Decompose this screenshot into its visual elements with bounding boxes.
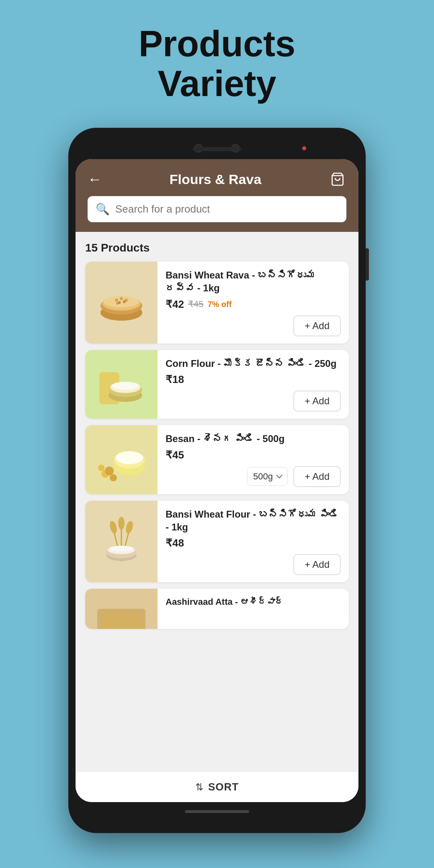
speaker	[193, 147, 241, 151]
price-current: ₹18	[166, 373, 184, 386]
product-name: Bansi Wheat Rava - బన్సిగోధుమ రవ్వ - 1kg	[166, 269, 341, 295]
search-icon: 🔍	[96, 203, 110, 216]
discount-badge: 7% off	[207, 300, 231, 309]
header-title: Flours & Rava	[170, 172, 262, 187]
size-select[interactable]: 250g 500g 1kg	[247, 467, 288, 486]
search-input[interactable]	[115, 203, 338, 215]
sensor-dot	[302, 146, 306, 150]
product-info: Besan - శెనగ పిండి - 500g ₹45 250g 500g …	[158, 425, 349, 494]
home-indicator	[185, 810, 249, 813]
svg-point-18	[98, 465, 104, 471]
phone-bottom	[76, 802, 358, 817]
svg-point-17	[110, 474, 117, 481]
products-count: 15 Products	[85, 242, 349, 254]
product-pricing: ₹42 ₹45 7% off	[166, 298, 341, 311]
card-actions: 250g 500g 1kg + Add	[166, 466, 341, 487]
product-name: Corn Flour - మొక్క జొన్న పిండి - 250g	[166, 357, 341, 370]
svg-point-28	[125, 520, 134, 534]
product-info: Corn Flour - మొక్క జొన్న పిండి - 250g ₹1…	[158, 350, 349, 419]
cart-icon	[330, 172, 345, 186]
page-title: Products Variety	[139, 24, 295, 104]
price-current: ₹45	[166, 449, 184, 461]
product-pricing: ₹45	[166, 449, 341, 461]
product-card: Besan - శెనగ పిండి - 500g ₹45 250g 500g …	[85, 425, 349, 494]
svg-point-19	[105, 467, 114, 475]
product-info: Aashirvaad Atta - ఆశీర్వాద్	[158, 589, 349, 629]
svg-point-5	[115, 299, 118, 302]
card-actions: + Add	[166, 554, 341, 575]
add-button[interactable]: + Add	[293, 466, 341, 487]
back-button[interactable]: ←	[88, 172, 102, 186]
product-name: Aashirvaad Atta - ఆశీర్వాద్	[166, 596, 341, 608]
phone-notch	[76, 140, 358, 159]
side-button	[366, 248, 369, 280]
svg-point-22	[116, 451, 143, 464]
svg-rect-34	[101, 613, 141, 629]
product-info: Bansi Wheat Rava - బన్సిగోధుమ రవ్వ - 1kg…	[158, 262, 349, 344]
svg-point-10	[116, 302, 119, 305]
svg-point-27	[118, 517, 125, 530]
svg-point-15	[112, 382, 139, 390]
sort-icon: ⇅	[195, 782, 203, 793]
product-image	[85, 350, 158, 419]
add-button[interactable]: + Add	[293, 554, 341, 575]
phone-screen: ← Flours & Rava 🔍 15 Products	[76, 159, 358, 802]
product-card: Corn Flour - మొక్క జొన్న పిండి - 250g ₹1…	[85, 350, 349, 419]
sort-bar: ⇅ SORT	[76, 772, 358, 802]
product-info: Bansi Wheat Flour - బన్సిగోధుమ పిండి - 1…	[158, 501, 349, 583]
card-actions: + Add	[166, 315, 341, 336]
cart-button[interactable]	[329, 170, 346, 188]
svg-point-32	[109, 546, 133, 551]
product-card-partial: Aashirvaad Atta - ఆశీర్వాద్	[85, 589, 349, 629]
product-image	[85, 501, 158, 583]
product-list-area: 15 Products	[76, 232, 358, 772]
phone-frame: ← Flours & Rava 🔍 15 Products	[68, 128, 366, 833]
svg-point-9	[123, 300, 126, 303]
product-pricing: ₹48	[166, 537, 341, 549]
product-pricing: ₹18	[166, 373, 341, 386]
product-card: Bansi Wheat Flour - బన్సిగోధుమ పిండి - 1…	[85, 501, 349, 583]
product-name: Besan - శెనగ పిండి - 500g	[166, 432, 341, 445]
product-name: Bansi Wheat Flour - బన్సిగోధుమ పిండి - 1…	[166, 508, 341, 534]
add-button[interactable]: + Add	[293, 391, 341, 411]
add-button[interactable]: + Add	[293, 315, 341, 336]
svg-point-26	[108, 520, 118, 534]
svg-point-6	[120, 297, 123, 300]
price-current: ₹42	[166, 298, 184, 311]
product-image	[85, 589, 158, 629]
app-header: ← Flours & Rava 🔍	[76, 159, 358, 232]
price-original: ₹45	[188, 299, 203, 309]
product-image	[85, 425, 158, 494]
search-bar: 🔍	[88, 196, 346, 222]
price-current: ₹48	[166, 537, 184, 549]
product-image	[85, 262, 158, 344]
card-actions: + Add	[166, 391, 341, 411]
product-card: Bansi Wheat Rava - బన్సిగోధుమ రవ్వ - 1kg…	[85, 262, 349, 344]
sort-label[interactable]: SORT	[208, 781, 239, 793]
